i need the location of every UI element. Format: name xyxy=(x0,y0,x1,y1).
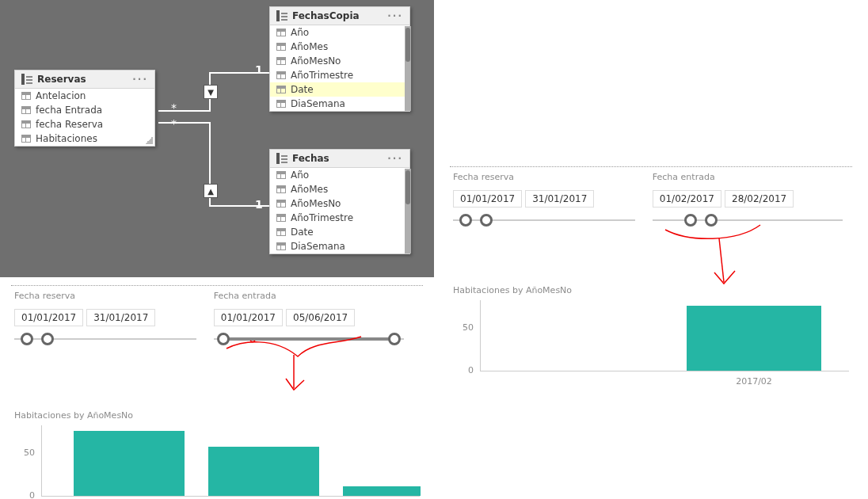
cardinality-many-1: * xyxy=(171,101,177,114)
table-fechascopia[interactable]: FechasCopia ··· Año AñoMes AñoMesNo AñoT… xyxy=(269,6,410,112)
slicer-fecha-reserva[interactable]: Fecha reserva 01/01/2017 31/01/2017 xyxy=(453,172,635,228)
field-row[interactable]: Año xyxy=(270,168,409,182)
column-icon xyxy=(21,120,31,128)
column-icon xyxy=(276,228,286,236)
cardinality-one-1: 1 xyxy=(255,63,263,76)
filter-direction-badge-2[interactable]: ▲ xyxy=(204,184,218,198)
date-to-input[interactable]: 05/06/2017 xyxy=(286,309,355,326)
column-icon xyxy=(276,86,286,93)
table-icon xyxy=(276,10,287,21)
date-to-input[interactable]: 31/01/2017 xyxy=(525,190,594,208)
date-from-input[interactable]: 01/01/2017 xyxy=(453,190,522,208)
field-row[interactable]: Antelacion xyxy=(15,89,154,103)
field-row[interactable]: fecha Reserva xyxy=(15,117,154,131)
table-reservas[interactable]: Reservas ··· Antelacion fecha Entrada fe… xyxy=(14,70,155,147)
column-icon xyxy=(276,100,286,108)
field-row[interactable]: fecha Entrada xyxy=(15,103,154,117)
scrollbar[interactable] xyxy=(405,26,411,111)
column-icon xyxy=(21,135,31,143)
field-row[interactable]: Date xyxy=(270,82,409,97)
column-icon xyxy=(276,200,286,208)
column-icon xyxy=(276,185,286,193)
field-row[interactable]: AñoMes xyxy=(270,40,409,54)
field-row[interactable]: AñoMesNo xyxy=(270,54,409,68)
date-from-input[interactable]: 01/01/2017 xyxy=(14,309,83,326)
slicer-label: Fecha entrada xyxy=(214,291,404,301)
field-row[interactable]: Habitaciones xyxy=(15,131,154,146)
ellipsis-icon[interactable]: ··· xyxy=(387,153,403,164)
model-diagram: * * 1 1 ▼ ▲ Reservas ··· Antelacion fech… xyxy=(0,0,434,277)
column-icon xyxy=(21,92,31,100)
slicer-label: Fecha entrada xyxy=(653,172,843,182)
ellipsis-icon[interactable]: ··· xyxy=(387,10,403,21)
report-pane-right: Fecha reserva 01/01/2017 31/01/2017 Fech… xyxy=(434,150,868,499)
resize-handle[interactable] xyxy=(145,136,153,144)
slider-thumb[interactable] xyxy=(41,333,54,345)
bar[interactable] xyxy=(74,431,185,496)
column-icon xyxy=(276,242,286,250)
date-to-input[interactable]: 28/02/2017 xyxy=(725,190,794,208)
slider-thumb[interactable] xyxy=(480,214,493,227)
bar[interactable] xyxy=(687,306,821,371)
table-title: Reservas xyxy=(37,74,86,85)
table-title: FechasCopia xyxy=(292,10,360,21)
slider-thumb[interactable] xyxy=(21,333,33,345)
bar-chart-left[interactable]: 50 0 2017/02 2017/01 2017/03 xyxy=(14,425,420,499)
column-icon xyxy=(276,43,286,51)
field-row[interactable]: DiaSemana xyxy=(270,97,409,111)
annotation-arrow-right xyxy=(657,219,784,298)
scrollbar[interactable] xyxy=(405,169,411,253)
date-from-input[interactable]: 01/01/2017 xyxy=(214,309,283,326)
table-icon xyxy=(276,153,287,164)
table-title: Fechas xyxy=(292,153,329,164)
cardinality-many-2: * xyxy=(171,117,177,130)
table-fechas[interactable]: Fechas ··· Año AñoMes AñoMesNo AñoTrimes… xyxy=(269,149,410,254)
bar[interactable] xyxy=(208,447,319,496)
field-row[interactable]: AñoMesNo xyxy=(270,196,409,211)
date-from-input[interactable]: 01/02/2017 xyxy=(653,190,721,208)
cardinality-one-2: 1 xyxy=(255,198,263,211)
column-icon xyxy=(21,106,31,114)
filter-direction-badge-1[interactable]: ▼ xyxy=(204,85,218,99)
slicer-label: Fecha reserva xyxy=(14,291,196,301)
slider-thumb[interactable] xyxy=(388,333,401,345)
column-icon xyxy=(276,57,286,65)
slicer-fecha-reserva[interactable]: Fecha reserva 01/01/2017 31/01/2017 xyxy=(14,291,196,347)
column-icon xyxy=(276,171,286,179)
slider-thumb[interactable] xyxy=(459,214,472,227)
field-row[interactable]: AñoTrimestre xyxy=(270,211,409,225)
bar[interactable] xyxy=(343,486,421,496)
chart-title: Habitaciones by AñoMesNo xyxy=(453,285,849,295)
field-row[interactable]: AñoTrimestre xyxy=(270,68,409,82)
ellipsis-icon[interactable]: ··· xyxy=(132,74,148,85)
annotation-arrow-left xyxy=(219,333,377,412)
column-icon xyxy=(276,214,286,222)
field-row[interactable]: DiaSemana xyxy=(270,239,409,253)
table-icon xyxy=(21,74,32,85)
date-to-input[interactable]: 31/01/2017 xyxy=(86,309,155,326)
slicer-label: Fecha reserva xyxy=(453,172,635,182)
column-icon xyxy=(276,71,286,79)
field-row[interactable]: Date xyxy=(270,225,409,239)
field-row[interactable]: AñoMes xyxy=(270,182,409,196)
column-icon xyxy=(276,29,286,36)
bar-chart-right[interactable]: 50 0 2017/02 xyxy=(453,300,849,387)
field-row[interactable]: Año xyxy=(270,25,409,40)
